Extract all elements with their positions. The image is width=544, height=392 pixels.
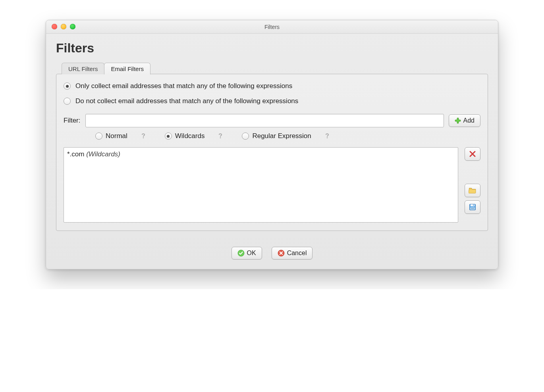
filter-label: Filter: [64,117,81,125]
svg-rect-12 [471,208,475,208]
email-filters-panel: Only collect email addresses that match … [56,74,488,231]
tab-email-filters[interactable]: Email Filters [104,63,150,75]
help-icon[interactable] [217,133,224,140]
folder-icon [469,187,476,194]
svg-rect-13 [471,209,475,209]
list-item[interactable]: *.com (Wildcards) [67,150,455,159]
help-icon[interactable] [140,133,147,140]
check-icon [237,250,245,257]
filter-list[interactable]: *.com (Wildcards) [64,147,458,223]
dialog-footer: OK Cancel [46,240,498,269]
filters-dialog: Filters Filters URL Filters Email Filter… [46,20,498,269]
delete-button[interactable] [465,147,480,161]
collect-mode-exclude-label: Do not collect email addresses that matc… [75,97,298,105]
cancel-button-label: Cancel [287,250,307,257]
syntax-normal[interactable]: Normal [95,132,127,140]
side-buttons [465,147,480,214]
radio-icon [242,133,249,140]
radio-icon [165,133,172,140]
svg-point-5 [220,137,221,138]
save-icon [469,204,476,211]
radio-icon [95,133,102,140]
filter-row: Filter: Add [64,114,480,127]
content: Filters URL Filters Email Filters Only c… [46,34,498,240]
filter-mode: (Wildcards) [86,150,120,158]
tab-url-filters[interactable]: URL Filters [62,63,104,74]
cancel-button[interactable]: Cancel [272,247,313,259]
save-button[interactable] [465,200,480,214]
collect-mode-exclude[interactable]: Do not collect email addresses that matc… [64,97,480,105]
cancel-icon [278,250,285,257]
svg-rect-10 [471,204,475,206]
list-area: *.com (Wildcards) [64,147,480,223]
svg-point-6 [327,137,328,138]
spacer [465,164,480,181]
svg-rect-3 [455,120,460,121]
syntax-wildcards-label: Wildcards [175,132,205,140]
window-controls [52,24,75,29]
collect-mode-only-label: Only collect email addresses that match … [75,82,292,90]
tabs: URL Filters Email Filters [62,63,488,74]
page-title: Filters [56,41,488,56]
help-icon[interactable] [324,133,331,140]
syntax-regex[interactable]: Regular Expression [242,132,311,140]
syntax-row: Normal Wildcards [95,132,480,140]
radio-icon [64,83,71,90]
add-button[interactable]: Add [449,114,480,127]
minimize-icon[interactable] [61,24,66,29]
delete-icon [469,150,476,158]
syntax-wildcards[interactable]: Wildcards [165,132,205,140]
syntax-normal-label: Normal [106,132,127,140]
add-button-label: Add [463,117,475,124]
zoom-icon[interactable] [70,24,75,29]
svg-point-4 [143,137,144,138]
filter-pattern: *.com [67,150,84,158]
syntax-regex-label: Regular Expression [252,132,311,140]
close-icon[interactable] [52,24,57,29]
radio-icon [64,98,71,105]
ok-button[interactable]: OK [231,247,262,259]
svg-rect-14 [473,205,474,206]
titlebar: Filters [46,20,498,34]
collect-mode-only[interactable]: Only collect email addresses that match … [64,82,480,90]
window-title: Filters [46,24,498,30]
plus-icon [455,117,461,124]
open-button[interactable] [465,184,480,197]
svg-rect-11 [471,208,475,210]
ok-button-label: OK [247,250,256,257]
filter-input[interactable] [85,114,444,127]
